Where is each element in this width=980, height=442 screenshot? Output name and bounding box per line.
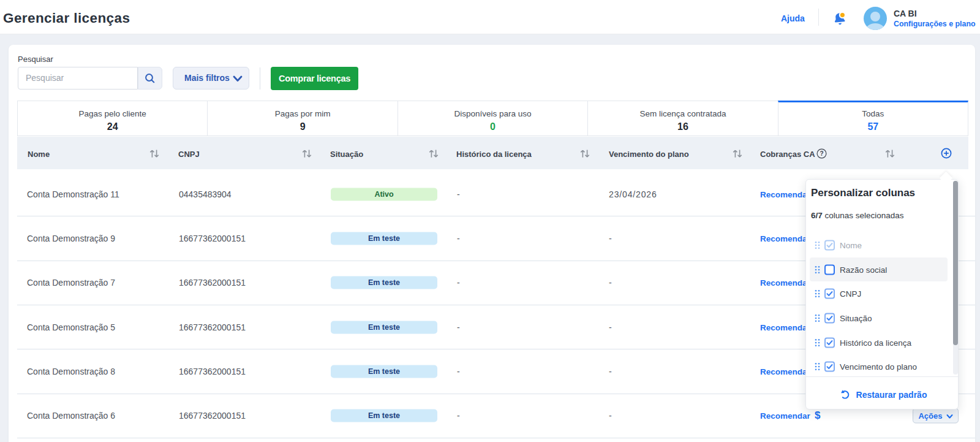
svg-text:?: ? — [820, 150, 823, 157]
